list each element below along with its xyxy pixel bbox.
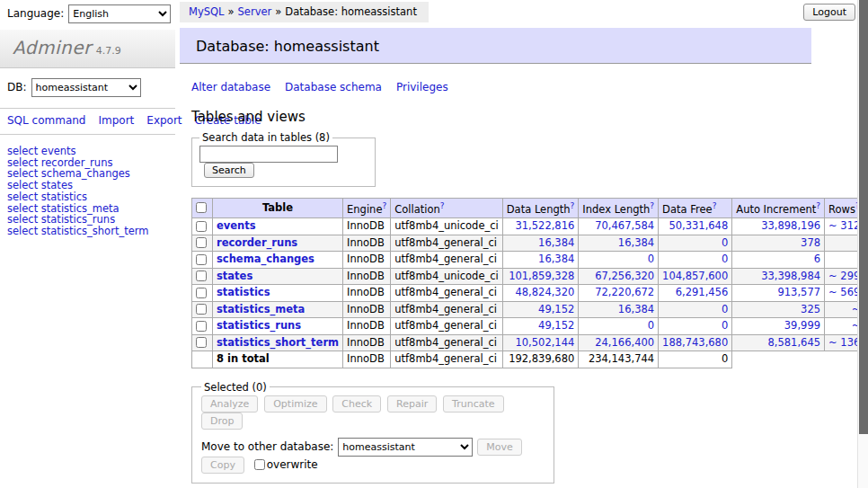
copy-button[interactable]: Copy — [201, 457, 244, 474]
db-select[interactable]: homeassistant — [31, 78, 141, 97]
command-links-wrap: SQL commandImportExportCreate table — [7, 113, 154, 129]
breadcrumb-link-mysql[interactable]: MySQL — [189, 5, 225, 18]
table-link-statistics_meta[interactable]: statistics_meta — [217, 303, 305, 315]
cell-index-length: 24,166,400 — [579, 334, 659, 351]
row-check-cell — [192, 218, 213, 235]
database-action-links: Alter databaseDatabase schemaPrivileges — [191, 81, 858, 93]
brand-version: 4.7.9 — [96, 45, 121, 57]
cell-collation: utf8mb4_unicode_ci — [391, 268, 503, 285]
cell-collation: utf8mb4_unicode_ci — [391, 218, 503, 235]
search-legend: Search data in tables (8) — [199, 131, 332, 144]
overwrite-checkbox[interactable] — [254, 459, 265, 470]
search-input[interactable] — [199, 146, 338, 163]
cell-collation: utf8mb4_general_ci — [391, 285, 503, 302]
table-link-events[interactable]: events — [217, 219, 256, 232]
overwrite-option[interactable]: overwrite — [254, 458, 318, 471]
row-checkbox-statistics_runs[interactable] — [196, 321, 207, 332]
tables-heading: Tables and views — [191, 109, 858, 125]
column-hint-icon[interactable]: ? — [382, 201, 386, 210]
table-row: statistics_metaInnoDButf8mb4_general_ci4… — [192, 301, 868, 318]
breadcrumb: MySQL»Server»Database: homeassistant — [180, 2, 429, 22]
sidebar-link-sql-command[interactable]: SQL command — [7, 114, 85, 127]
table-link-recorder_runs[interactable]: recorder_runs — [217, 236, 297, 249]
cell-engine: InnoDB — [343, 318, 391, 335]
cell-data-free: 104,857,600 — [659, 268, 732, 285]
column-hint-icon[interactable]: ? — [713, 201, 717, 210]
table-link-statistics_short_term[interactable]: statistics_short_term — [217, 336, 339, 349]
cell-collation: utf8mb4_general_ci — [391, 318, 503, 335]
row-checkbox-statistics_meta[interactable] — [196, 304, 207, 315]
cell-auto-increment: 325 — [732, 301, 825, 318]
select-all-checkbox[interactable] — [196, 202, 207, 213]
cell-data-free: 0 — [659, 252, 732, 269]
cell-data-length: 16,384 — [502, 235, 579, 252]
cell-data-length: 49,152 — [502, 301, 579, 318]
cell-table-name: statistics_runs — [213, 318, 343, 335]
cell-collation: utf8mb4_general_ci — [391, 235, 503, 252]
row-checkbox-states[interactable] — [196, 271, 207, 281]
row-checkbox-statistics_short_term[interactable] — [196, 337, 207, 348]
breadcrumb-link-server[interactable]: Server — [238, 5, 272, 18]
cell-data-length: 48,824,320 — [502, 285, 579, 302]
cell-index-length: 0 — [579, 318, 659, 335]
cell-table-name: statistics_meta — [213, 301, 343, 318]
sidebar-table-links: select eventsselect recorder_runsselect … — [0, 146, 175, 237]
move-button[interactable]: Move — [477, 439, 522, 456]
language-select[interactable]: English — [68, 4, 171, 23]
cell-table-name: statistics_short_term — [213, 334, 343, 351]
cell-table-name: states — [213, 268, 343, 285]
row-checkbox-events[interactable] — [196, 221, 207, 232]
cell-auto-increment: 33,398,984 — [732, 268, 825, 285]
scrollbar-thumb[interactable] — [859, 0, 868, 434]
sidebar-select-events[interactable]: select events — [7, 146, 175, 157]
column-hint-icon[interactable]: ? — [816, 201, 820, 210]
sidebar-command-links: SQL commandImportExportCreate table — [0, 108, 175, 135]
check-button[interactable]: Check — [332, 395, 381, 413]
table-link-states[interactable]: states — [217, 270, 252, 282]
action-link-privileges[interactable]: Privileges — [396, 81, 448, 93]
drop-button[interactable]: Drop — [201, 413, 243, 430]
tables-list: TableEngine?Collation?Data Length?Index … — [191, 198, 868, 368]
column-hint-icon[interactable]: ? — [650, 201, 654, 210]
move-row: Move to other database:homeassistantMove… — [201, 438, 545, 474]
cell-index-length: 16,384 — [579, 235, 659, 252]
repair-button[interactable]: Repair — [387, 395, 437, 413]
cell-data-length: 31,522,816 — [502, 218, 579, 235]
logout-button[interactable]: Logout — [803, 4, 855, 21]
sidebar: Language:English Adminer4.7.9 DB:homeass… — [0, 0, 175, 237]
column-header-data-free: Data Free? — [659, 199, 732, 218]
sidebar-select-statistics-short-term[interactable]: select statistics_short_term — [7, 226, 175, 237]
breadcrumb-separator: » — [275, 5, 281, 18]
sidebar-select-statistics[interactable]: select statistics — [7, 191, 175, 203]
total-collation: utf8mb4_general_ci — [391, 351, 503, 368]
table-link-schema_changes[interactable]: schema_changes — [217, 253, 314, 265]
sidebar-select-states[interactable]: select states — [7, 180, 175, 191]
table-link-statistics[interactable]: statistics — [217, 286, 270, 298]
table-link-statistics_runs[interactable]: statistics_runs — [217, 319, 301, 332]
db-selector-row: DB:homeassistant — [7, 78, 175, 97]
column-header-engine: Engine? — [343, 199, 391, 218]
move-db-select[interactable]: homeassistant — [338, 438, 473, 457]
scrollbar-track[interactable] — [857, 0, 868, 488]
sidebar-link-export[interactable]: Export — [146, 114, 182, 127]
cell-auto-increment: 39,999 — [732, 318, 825, 335]
table-row: statesInnoDButf8mb4_unicode_ci101,859,32… — [192, 268, 868, 285]
row-check-cell — [192, 252, 213, 269]
column-header-table: Table — [213, 199, 343, 218]
row-checkbox-recorder_runs[interactable] — [196, 237, 207, 248]
truncate-button[interactable]: Truncate — [443, 395, 503, 413]
cell-auto-increment: 6 — [732, 252, 825, 269]
search-button[interactable]: Search — [204, 163, 254, 178]
action-link-alter-database[interactable]: Alter database — [191, 81, 270, 93]
row-checkbox-statistics[interactable] — [196, 288, 207, 298]
total-index-length: 234,143,744 — [579, 351, 659, 368]
cell-data-length: 101,859,328 — [502, 268, 579, 285]
analyze-button[interactable]: Analyze — [201, 395, 258, 413]
action-link-database-schema[interactable]: Database schema — [285, 81, 382, 93]
sidebar-link-import[interactable]: Import — [98, 114, 134, 127]
cell-index-length: 0 — [579, 252, 659, 269]
optimize-button[interactable]: Optimize — [264, 395, 326, 413]
row-checkbox-schema_changes[interactable] — [196, 254, 207, 265]
column-hint-icon[interactable]: ? — [571, 201, 575, 210]
column-hint-icon[interactable]: ? — [440, 201, 445, 210]
